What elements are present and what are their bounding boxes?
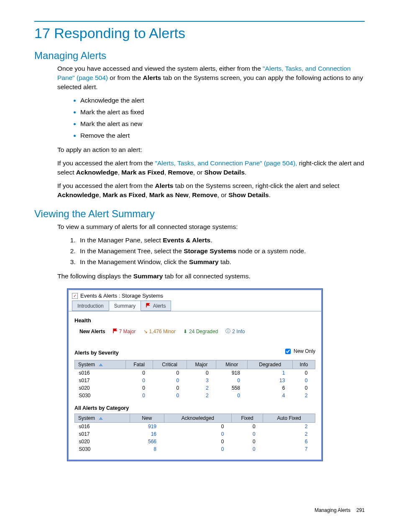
cell-maj: 3 (187, 377, 216, 384)
bullet-acknowledge: Acknowledge the alert (80, 96, 365, 105)
table-row[interactable]: s02000255860 (75, 384, 315, 392)
alerts-by-severity-header: Alerts by Severity (74, 350, 119, 356)
col-degraded[interactable]: Degraded (248, 360, 293, 369)
cell-sys: s017 (75, 377, 126, 384)
cell-sys: s016 (75, 423, 130, 431)
intro-text-mid: or from the (110, 74, 143, 81)
section-viewing-alert-summary: Viewing the Alert Summary (34, 208, 365, 220)
cat-col-new[interactable]: New (130, 414, 164, 423)
alert-flag-icon (146, 303, 150, 308)
apply-line: To apply an action to an alert: (57, 145, 365, 154)
all-alerts-by-category-header: All Alerts by Category (74, 405, 315, 411)
link-alerts-tasks-connection-pane-2[interactable]: "Alerts, Tasks, and Connection Pane" (pa… (155, 159, 297, 167)
new-alerts-label: New Alerts (79, 329, 105, 334)
cell-new: 16 (130, 430, 164, 438)
cell-fatal: 0 (125, 384, 153, 392)
cell-sys: S030 (75, 392, 126, 399)
tab-introduction[interactable]: Introduction (72, 301, 109, 311)
cell-maj: 2 (187, 392, 216, 399)
cell-sys: S030 (75, 445, 130, 453)
sort-asc-icon (99, 363, 103, 366)
new-only-checkbox[interactable]: New Only (284, 347, 315, 355)
cell-fix: 0 (232, 445, 263, 453)
cell-ack: 0 (164, 438, 232, 445)
cell-ack: 0 (164, 445, 232, 453)
new-alerts-row: New Alerts 7 Major ↘ 1,476 Minor ⬇ 24 De… (74, 328, 315, 337)
page-footer: Managing Alerts 291 (34, 507, 365, 513)
top-rule (34, 21, 365, 22)
accessed-from-tab: If you accessed the alert from the Alert… (57, 181, 365, 200)
category-table: System New Acknowledged Fixed Auto Fixed… (74, 414, 315, 453)
cat-col-autofixed[interactable]: Auto Fixed (263, 414, 315, 423)
stat-info: ⓘ 2 Info (225, 328, 245, 335)
col-major[interactable]: Major (187, 360, 216, 369)
stat-minor: ↘ 1,476 Minor (143, 329, 176, 334)
col-minor[interactable]: Minor (216, 360, 248, 369)
cell-deg: 6 (248, 384, 293, 392)
bullet-remove: Remove the alert (80, 131, 365, 140)
cell-sys: s016 (75, 369, 126, 377)
table-row[interactable]: S0308007 (75, 445, 315, 453)
col-info[interactable]: Info (292, 360, 315, 369)
table-row[interactable]: S030002042 (75, 392, 315, 399)
viewing-followup: The following displays the Summary tab f… (57, 272, 365, 281)
tab-summary[interactable]: Summary (109, 301, 141, 311)
section-managing-alerts: Managing Alerts (34, 50, 365, 62)
cell-info: 0 (292, 377, 315, 384)
table-row[interactable]: s0170030130 (75, 377, 315, 384)
cell-fix: 0 (232, 423, 263, 431)
cell-auto: 6 (263, 438, 315, 445)
window-titlebar: ✓ Events & Alerts : Storage Systems (69, 290, 321, 301)
accessed-from-pane: If you accessed the alert from the "Aler… (57, 159, 365, 177)
tab-alerts[interactable]: Alerts (141, 301, 171, 311)
sort-asc-icon (99, 417, 103, 420)
footer-section: Managing Alerts (315, 507, 350, 513)
table-row[interactable]: s01600091810 (75, 369, 315, 377)
window-title: Events & Alerts : Storage Systems (80, 293, 163, 299)
cell-deg: 1 (248, 369, 293, 377)
cell-min: 0 (216, 392, 248, 399)
cell-fatal: 0 (125, 377, 153, 384)
step-3: In the Management Window, click the Summ… (77, 257, 365, 267)
cat-col-system[interactable]: System (75, 414, 130, 423)
cell-auto: 2 (263, 430, 315, 438)
stat-degraded: ⬇ 24 Degraded (183, 329, 218, 334)
major-flag-icon (113, 329, 118, 334)
new-only-checkbox-input[interactable] (285, 349, 291, 354)
cell-min: 918 (216, 369, 248, 377)
cell-sys: s020 (75, 438, 130, 445)
new-only-label: New Only (294, 348, 315, 354)
cell-maj: 0 (187, 369, 216, 377)
cell-new: 566 (130, 438, 164, 445)
managing-intro: Once you have accessed and viewed the sy… (57, 64, 365, 92)
cell-sys: s017 (75, 430, 130, 438)
cell-new: 8 (130, 445, 164, 453)
table-row[interactable]: s016919002 (75, 423, 315, 431)
intro-text-pre: Once you have accessed and viewed the sy… (57, 65, 263, 72)
viewing-intro: To view a summary of alerts for all conn… (57, 222, 365, 231)
cell-deg: 13 (248, 377, 293, 384)
cell-crit: 0 (153, 384, 187, 392)
step-2: In the Management Tree, select the Stora… (77, 247, 365, 256)
cell-min: 0 (216, 377, 248, 384)
cell-info: 0 (292, 384, 315, 392)
intro-bold-alerts: Alerts (143, 74, 161, 81)
cell-auto: 2 (263, 423, 315, 431)
table-row[interactable]: s01716002 (75, 430, 315, 438)
col-fatal[interactable]: Fatal (125, 360, 153, 369)
col-critical[interactable]: Critical (153, 360, 187, 369)
cell-maj: 2 (187, 384, 216, 392)
cell-info: 2 (292, 392, 315, 399)
cat-col-fixed[interactable]: Fixed (232, 414, 263, 423)
cell-new: 919 (130, 423, 164, 431)
col-system[interactable]: System (75, 360, 126, 369)
severity-table: System Fatal Critical Major Minor Degrad… (74, 360, 315, 399)
cell-min: 558 (216, 384, 248, 392)
table-row[interactable]: s020566006 (75, 438, 315, 445)
cat-col-acknowledged[interactable]: Acknowledged (164, 414, 232, 423)
screenshot-events-alerts: ✓ Events & Alerts : Storage Systems Intr… (67, 288, 323, 461)
tabs: Introduction Summary Alerts (69, 301, 321, 311)
cell-ack: 0 (164, 423, 232, 431)
step-1: In the Manager Pane, select Events & Ale… (77, 236, 365, 245)
stat-major: 7 Major (113, 329, 136, 334)
